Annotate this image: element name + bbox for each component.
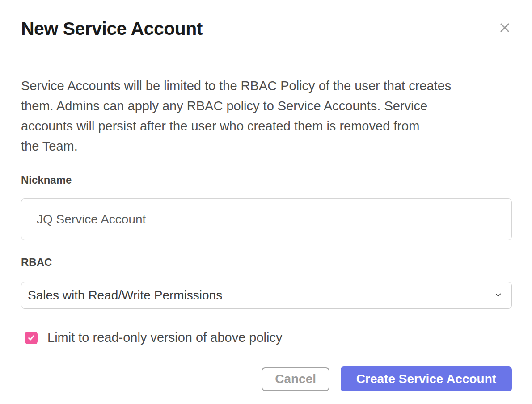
nickname-label: Nickname <box>21 173 512 187</box>
close-icon <box>498 29 511 35</box>
rbac-selected-value: Sales with Read/Write Permissions <box>28 288 222 303</box>
close-button[interactable] <box>498 18 512 34</box>
description-line: the Team. <box>21 136 512 156</box>
nickname-input[interactable] <box>21 198 512 240</box>
modal-title: New Service Account <box>21 18 203 39</box>
rbac-select[interactable]: Sales with Read/Write Permissions <box>21 282 512 309</box>
description-line: accounts will persist after the user who… <box>21 116 512 136</box>
chevron-down-icon <box>494 290 502 301</box>
create-service-account-button[interactable]: Create Service Account <box>341 366 512 391</box>
modal-footer: Cancel Create Service Account <box>21 366 512 391</box>
rbac-label: RBAC <box>21 256 512 269</box>
new-service-account-modal: New Service Account Service Accounts wil… <box>0 18 532 391</box>
cancel-button[interactable]: Cancel <box>262 367 329 391</box>
modal-description: Service Accounts will be limited to the … <box>21 76 512 156</box>
limit-readonly-label: Limit to read-only version of above poli… <box>47 330 282 345</box>
modal-header: New Service Account <box>21 18 512 39</box>
description-line: them. Admins can apply any RBAC policy t… <box>21 96 512 116</box>
description-line: Service Accounts will be limited to the … <box>21 76 512 96</box>
limit-readonly-checkbox-row[interactable]: Limit to read-only version of above poli… <box>21 330 512 345</box>
checkbox-checked-icon[interactable] <box>25 332 38 344</box>
